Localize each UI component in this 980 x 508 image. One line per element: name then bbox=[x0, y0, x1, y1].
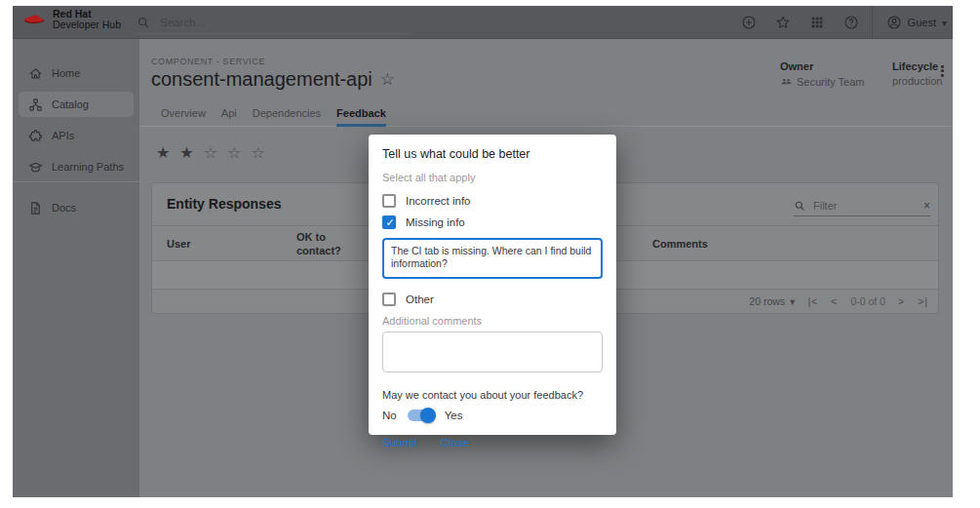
owner-label: Owner bbox=[780, 60, 865, 72]
page-title: consent-management-api ☆ bbox=[151, 68, 395, 91]
checkbox-label: Incorrect info bbox=[406, 195, 470, 207]
sidebar-item-label: Catalog bbox=[52, 98, 89, 110]
docs-icon bbox=[28, 201, 43, 215]
checkbox-other[interactable]: Other bbox=[382, 289, 603, 310]
favorite-star-icon[interactable]: ☆ bbox=[380, 69, 395, 90]
apps-grid-icon[interactable] bbox=[809, 15, 825, 30]
topbar: Red Hat Developer Hub Gues bbox=[13, 6, 953, 39]
account-icon bbox=[886, 15, 902, 30]
rows-caret-icon: ▾ bbox=[790, 295, 795, 307]
column-header-user[interactable]: User bbox=[167, 237, 190, 251]
redhat-fedora-icon bbox=[22, 12, 46, 27]
column-header-comments[interactable]: Comments bbox=[652, 237, 708, 251]
sidebar-item-label: APIs bbox=[52, 130, 74, 141]
column-header-ok-to-contact[interactable]: OK to contact? bbox=[296, 230, 355, 257]
search-input[interactable] bbox=[158, 16, 382, 29]
entity-title: consent-management-api bbox=[151, 68, 372, 91]
search-underline bbox=[137, 33, 410, 34]
filter-underline bbox=[794, 215, 930, 216]
next-page-icon[interactable]: > bbox=[898, 295, 905, 307]
logo-line2: Developer Hub bbox=[53, 20, 121, 30]
sidebar-item-home[interactable]: Home bbox=[19, 60, 134, 86]
global-search bbox=[137, 6, 412, 39]
card-title: Entity Responses bbox=[167, 196, 281, 212]
filter-input[interactable] bbox=[811, 199, 909, 213]
rows-per-page-value: 20 rows bbox=[749, 295, 785, 307]
sidebar-item-apis[interactable]: APIs bbox=[19, 123, 134, 148]
rating-star-filled-icon[interactable]: ★ bbox=[179, 144, 193, 162]
pagination-range: 0-0 of 0 bbox=[850, 295, 885, 307]
chevron-down-icon: ▾ bbox=[942, 18, 947, 28]
checkbox-checked-icon bbox=[382, 215, 396, 229]
catalog-icon bbox=[28, 98, 43, 112]
star-rating: ★ ★ ☆ ☆ ☆ bbox=[156, 144, 265, 162]
table-filter: × bbox=[794, 199, 930, 216]
rating-star-empty-icon[interactable]: ☆ bbox=[251, 144, 264, 162]
search-icon bbox=[137, 16, 150, 29]
kebab-menu-icon[interactable]: ⋮ bbox=[935, 62, 950, 80]
apis-icon bbox=[28, 129, 43, 143]
group-icon bbox=[780, 75, 793, 88]
sidebar-item-label: Home bbox=[52, 67, 80, 79]
app-window: Red Hat Developer Hub Gues bbox=[13, 6, 953, 497]
rating-star-filled-icon[interactable]: ★ bbox=[156, 144, 170, 162]
checkbox-incorrect-info[interactable]: Incorrect info bbox=[382, 190, 603, 212]
modal-title: Tell us what could be better bbox=[382, 147, 603, 161]
checkbox-missing-info[interactable]: Missing info bbox=[382, 212, 603, 233]
clear-filter-icon[interactable]: × bbox=[923, 199, 930, 213]
additional-comments-label: Additional comments bbox=[382, 315, 603, 327]
learning-paths-icon bbox=[28, 160, 43, 175]
additional-comments-textarea[interactable] bbox=[382, 332, 603, 372]
breadcrumb: COMPONENT - SERVICE bbox=[151, 57, 265, 66]
contact-toggle-switch[interactable] bbox=[408, 410, 434, 421]
help-icon[interactable] bbox=[843, 15, 859, 30]
first-page-icon[interactable]: |< bbox=[807, 295, 818, 307]
owner-meta: Owner Security Team bbox=[780, 60, 865, 88]
checkbox-label: Missing info bbox=[406, 216, 465, 228]
entity-tabs: Overview Api Dependencies Feedback bbox=[161, 107, 386, 127]
feedback-textarea[interactable]: The CI tab is missing. Where can I find … bbox=[382, 238, 603, 279]
user-name: Guest bbox=[908, 17, 936, 28]
rating-star-empty-icon[interactable]: ☆ bbox=[227, 144, 241, 162]
sidebar-item-catalog[interactable]: Catalog bbox=[19, 92, 134, 117]
toggle-off-label: No bbox=[382, 410, 397, 421]
filter-search-icon bbox=[794, 200, 805, 212]
checkbox-label: Other bbox=[406, 293, 434, 305]
starred-icon[interactable] bbox=[775, 15, 791, 30]
sidebar-item-label: Docs bbox=[52, 202, 76, 214]
contact-question: May we contact you about your feedback? bbox=[382, 389, 603, 401]
table-pagination: 20 rows ▾ |< < 0-0 of 0 > >| bbox=[749, 290, 928, 313]
toggle-on-label: Yes bbox=[445, 410, 463, 421]
tab-api[interactable]: Api bbox=[221, 107, 237, 127]
logo-text: Red Hat Developer Hub bbox=[53, 9, 121, 30]
sidebar: Home Catalog APIs Learning Paths Docs bbox=[13, 39, 139, 497]
user-menu[interactable]: Guest ▾ bbox=[872, 6, 947, 39]
close-button[interactable]: Close bbox=[441, 437, 469, 449]
sidebar-divider bbox=[13, 181, 139, 182]
rows-per-page-select[interactable]: 20 rows ▾ bbox=[749, 295, 795, 307]
sidebar-item-label: Learning Paths bbox=[52, 161, 124, 173]
checkbox-unchecked-icon bbox=[382, 194, 396, 208]
rating-star-empty-icon[interactable]: ☆ bbox=[204, 144, 217, 162]
sidebar-item-docs[interactable]: Docs bbox=[19, 195, 134, 220]
tab-dependencies[interactable]: Dependencies bbox=[253, 107, 321, 127]
create-icon[interactable] bbox=[741, 15, 757, 30]
redhat-logo[interactable]: Red Hat Developer Hub bbox=[22, 9, 121, 30]
modal-actions: Submit Close bbox=[382, 437, 603, 449]
toggle-knob bbox=[420, 408, 436, 423]
tab-feedback[interactable]: Feedback bbox=[336, 107, 386, 127]
home-icon bbox=[28, 66, 43, 81]
feedback-modal: Tell us what could be better Select all … bbox=[369, 135, 616, 435]
topbar-actions bbox=[741, 6, 859, 39]
owner-value-row[interactable]: Security Team bbox=[780, 75, 865, 88]
last-page-icon[interactable]: >| bbox=[918, 295, 928, 307]
contact-toggle-row: No Yes bbox=[382, 410, 603, 421]
submit-button[interactable]: Submit bbox=[382, 437, 417, 449]
tab-overview[interactable]: Overview bbox=[161, 107, 206, 127]
sidebar-item-learning-paths[interactable]: Learning Paths bbox=[19, 154, 134, 179]
checkbox-unchecked-icon bbox=[382, 293, 396, 306]
owner-value: Security Team bbox=[797, 76, 865, 88]
prev-page-icon[interactable]: < bbox=[831, 295, 838, 307]
modal-section-label: Select all that apply bbox=[382, 172, 603, 183]
